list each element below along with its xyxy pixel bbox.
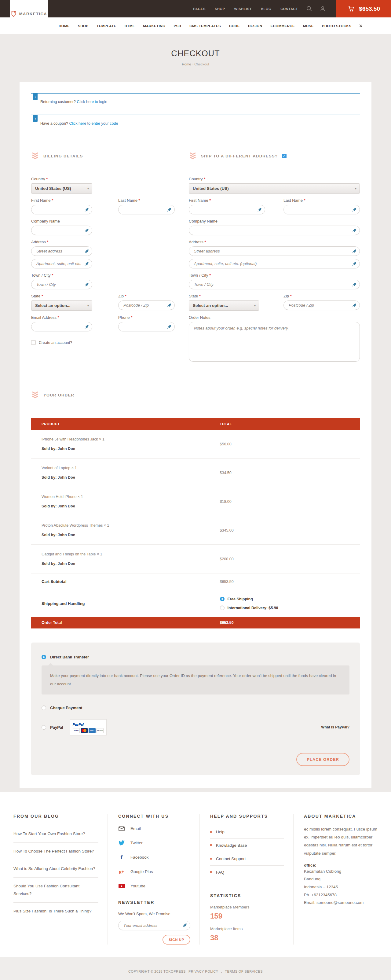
- product-name: iPhone 5s with Headphones Jack × 1: [41, 437, 220, 441]
- main-nav-link[interactable]: CODE: [229, 24, 240, 28]
- office-address-line: Kecamatan Coblong: [304, 867, 382, 875]
- billing-apartment-input[interactable]: [37, 261, 83, 266]
- shipping-option[interactable]: Free Shipping: [220, 597, 360, 601]
- place-order-button[interactable]: PLACE ORDER: [296, 753, 350, 766]
- shipping-option[interactable]: International Delivery: $5.90: [220, 606, 360, 610]
- billing-street-input[interactable]: [37, 249, 83, 253]
- billing-town-input[interactable]: [37, 282, 83, 287]
- footer-connect-column: CONNECT WITH US Email Twitter f Facebook…: [108, 814, 199, 945]
- main-nav-link[interactable]: DESIGN: [248, 24, 262, 28]
- social-link-youtube[interactable]: Youtube: [118, 883, 190, 889]
- about-text: ec mollis lorem consequat. Fusce ipsum e…: [304, 825, 382, 858]
- main-nav-link[interactable]: TEMPLATE: [97, 24, 116, 28]
- youtube-icon: [118, 883, 125, 889]
- breadcrumb-home-link[interactable]: Home: [182, 62, 191, 66]
- create-account-checkbox[interactable]: [31, 340, 36, 345]
- shipping-country-select[interactable]: United States (US) ▾: [189, 183, 360, 194]
- address-label: Address: [189, 240, 203, 244]
- billing-first-name-input[interactable]: [37, 207, 83, 212]
- chevron-double-down-icon[interactable]: [359, 24, 363, 28]
- main-nav-link[interactable]: MARKETING: [143, 24, 165, 28]
- ship-different-checkbox[interactable]: ✓: [282, 154, 286, 158]
- top-nav-link[interactable]: PAGES: [193, 7, 206, 11]
- shipping-town-input[interactable]: [194, 282, 350, 287]
- footer-help-link[interactable]: Knowladge Base: [210, 839, 284, 852]
- main-nav-link[interactable]: SHOP: [78, 24, 88, 28]
- footer-blog-link[interactable]: How To Choose The Perfect Fashion Store?: [13, 843, 99, 860]
- terms-link[interactable]: TERMS OF SERVICES: [225, 970, 263, 973]
- last-name-label: Last Name: [283, 198, 303, 203]
- pen-icon: [352, 249, 356, 253]
- top-nav-link[interactable]: SHOP: [215, 7, 225, 11]
- billing-company-input[interactable]: [37, 228, 83, 232]
- pen-icon: [352, 282, 356, 287]
- footer-blog-link[interactable]: What is So Alluring About Celebrity Fash…: [13, 860, 99, 878]
- billing-phone-input[interactable]: [123, 325, 165, 329]
- social-link-google-plus[interactable]: g+ Google Plus: [118, 869, 190, 875]
- billing-country-select[interactable]: United States (US) ▾: [31, 183, 92, 194]
- radio-icon[interactable]: [41, 655, 46, 659]
- paypal-option[interactable]: PayPal PayPal VISA AMEX DISCOVER What is…: [41, 719, 350, 735]
- social-link-facebook[interactable]: f Facebook: [118, 854, 190, 861]
- bank-transfer-option[interactable]: Direct Bank Transfer: [41, 655, 350, 659]
- product-name: Proton Absolute Wordpress Themes × 1: [41, 523, 220, 528]
- radio-icon[interactable]: [41, 725, 46, 730]
- main-nav-link[interactable]: MUSE: [303, 24, 314, 28]
- radio-icon[interactable]: [220, 597, 224, 601]
- checkout-card: i Returning customer? Click here to logi…: [19, 82, 372, 788]
- shipping-street-input[interactable]: [194, 249, 350, 253]
- radio-icon[interactable]: [220, 606, 224, 610]
- copyright-text: COPYRIGHT © 2015 TOKOPRESS: [128, 970, 186, 973]
- top-nav-link[interactable]: WISHLIST: [234, 7, 252, 11]
- sign-up-button[interactable]: SIGN UP: [162, 935, 190, 945]
- shipping-state-select[interactable]: Select an option... ▾: [189, 301, 259, 310]
- paypal-label: PayPal: [50, 725, 63, 730]
- main-nav-link[interactable]: PSD: [173, 24, 181, 28]
- privacy-policy-link[interactable]: PRIVACY POLICY: [189, 970, 218, 973]
- footer-blog-link[interactable]: Should You Use Fashion Consultant Servic…: [13, 878, 99, 903]
- newsletter-email-input[interactable]: [123, 923, 181, 928]
- main-nav-link[interactable]: CMS TEMPLATES: [189, 24, 221, 28]
- social-link-twitter[interactable]: Twitter: [118, 840, 190, 846]
- shipping-first-name-input[interactable]: [194, 207, 256, 212]
- coupon-link[interactable]: Click here to enter your code: [69, 121, 118, 126]
- social-link-email[interactable]: Email: [118, 825, 190, 832]
- shipping-last-name-input[interactable]: [289, 207, 350, 212]
- facebook-icon: f: [118, 854, 125, 861]
- login-link[interactable]: Click here to login: [77, 100, 107, 104]
- shipping-zip-input[interactable]: [289, 303, 350, 307]
- logo[interactable]: MARKETICA: [10, 0, 48, 27]
- footer-blog-link[interactable]: Plus Size Fashion: Is There Such a Thing…: [13, 903, 99, 920]
- caret-down-icon: ▾: [87, 187, 89, 190]
- main-nav: HOME SHOP TEMPLATE HTML MARKETING PSD CM…: [0, 18, 391, 34]
- main-nav-link[interactable]: ECOMMERCE: [270, 24, 295, 28]
- coupon-notice: i Have a coupon? Click here to enter you…: [31, 115, 360, 133]
- search-icon[interactable]: [306, 5, 313, 12]
- radio-icon[interactable]: [41, 705, 46, 710]
- billing-state-select[interactable]: Select an option... ▾: [31, 301, 92, 310]
- footer-blog-link[interactable]: How To Start Your Own Fashion Store?: [13, 825, 99, 843]
- main-nav-link[interactable]: HOME: [59, 24, 70, 28]
- main-nav-link[interactable]: HTML: [125, 24, 135, 28]
- footer-help-link[interactable]: Contact Support: [210, 852, 284, 865]
- billing-email-input[interactable]: [37, 325, 83, 329]
- cheque-label: Cheque Payment: [50, 705, 82, 710]
- billing-last-name-input[interactable]: [123, 207, 165, 212]
- order-notes-textarea[interactable]: [189, 322, 360, 362]
- what-is-paypal-link[interactable]: What is PayPal?: [321, 725, 350, 729]
- create-account-row[interactable]: Create an account?: [31, 340, 175, 345]
- top-nav-link[interactable]: BLOG: [261, 7, 271, 11]
- shipping-company-input[interactable]: [194, 228, 350, 232]
- pen-icon: [352, 261, 356, 266]
- main-nav-link[interactable]: PHOTO STOCKS: [322, 24, 351, 28]
- shipping-apartment-input[interactable]: [194, 261, 350, 266]
- top-nav-link[interactable]: CONTACT: [280, 7, 298, 11]
- user-icon[interactable]: [319, 5, 326, 12]
- billing-section: BILLING DETAILS Country * United States …: [31, 144, 175, 368]
- billing-zip-input[interactable]: [123, 303, 165, 307]
- state-label: State: [31, 294, 40, 298]
- cheque-option[interactable]: Cheque Payment: [41, 705, 350, 710]
- footer-help-link[interactable]: FAQ: [210, 865, 284, 879]
- footer-help-link[interactable]: Help: [210, 825, 284, 839]
- cart-button[interactable]: $653.50: [336, 0, 391, 18]
